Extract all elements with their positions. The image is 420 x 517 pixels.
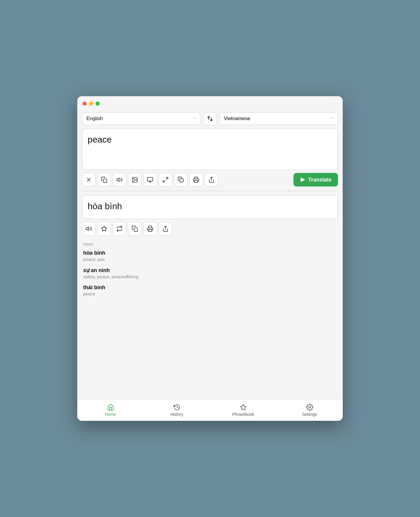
titlebar xyxy=(77,96,343,109)
dictionary-section: noun hòa bình peace, pax sự an ninh safe… xyxy=(82,241,338,400)
nav-history[interactable]: History xyxy=(144,400,210,421)
send-icon xyxy=(300,177,306,183)
nav-phrasebook-label: Phrasebook xyxy=(232,412,254,417)
print-icon xyxy=(193,176,199,183)
dict-word-1: hòa bình xyxy=(83,250,337,256)
bottom-navigation: Home History Phrasebook Settings xyxy=(77,399,343,421)
print-output-icon xyxy=(147,225,153,232)
svg-marker-20 xyxy=(240,404,246,410)
image-button[interactable] xyxy=(128,173,142,186)
nav-home[interactable]: Home xyxy=(77,400,144,421)
favorite-button[interactable] xyxy=(97,222,111,235)
source-text: peace xyxy=(88,134,332,145)
speaker-icon xyxy=(116,176,123,183)
swap-languages-button[interactable] xyxy=(204,112,216,125)
copy-icon xyxy=(101,176,107,183)
swap-icon xyxy=(207,115,213,122)
clear-button[interactable] xyxy=(82,173,96,186)
dict-meaning-3: peace xyxy=(83,291,337,296)
flip-icon xyxy=(116,225,123,232)
section-divider xyxy=(82,191,338,191)
monitor-icon xyxy=(147,176,153,183)
nav-phrasebook[interactable]: Phrasebook xyxy=(210,400,276,421)
copy-output-icon xyxy=(132,225,138,232)
nav-settings[interactable]: Settings xyxy=(276,400,343,421)
home-icon xyxy=(107,404,114,411)
image-icon xyxy=(132,176,138,183)
star-icon xyxy=(101,225,107,232)
dict-meaning-2: safety, peace, peaceoffering xyxy=(83,274,337,279)
source-language-selector[interactable]: English ⌃ xyxy=(82,112,201,125)
svg-marker-14 xyxy=(301,178,305,182)
duplicate-icon xyxy=(178,176,184,183)
share-output-icon xyxy=(162,225,169,232)
svg-marker-16 xyxy=(101,226,107,231)
phrasebook-icon xyxy=(240,404,247,411)
svg-line-10 xyxy=(163,180,165,182)
nav-home-label: Home xyxy=(105,412,116,417)
source-language-label: English xyxy=(86,116,103,122)
dict-entry-2: sự an ninh safety, peace, peaceoffering xyxy=(83,267,337,279)
print-source-button[interactable] xyxy=(189,173,203,186)
svg-rect-12 xyxy=(195,180,198,182)
copy-output-button[interactable] xyxy=(128,222,142,235)
minimize-button[interactable] xyxy=(89,102,93,106)
nav-history-label: History xyxy=(170,412,183,417)
history-icon xyxy=(173,404,181,411)
part-of-speech: noun xyxy=(83,241,337,246)
speak-source-button[interactable] xyxy=(113,173,126,186)
settings-icon xyxy=(306,404,313,411)
svg-line-9 xyxy=(166,177,168,179)
svg-point-21 xyxy=(309,406,311,408)
svg-rect-2 xyxy=(103,179,107,182)
dict-entry-1: hòa bình peace, pax xyxy=(83,250,337,262)
app-window: English ⌃ Vietnamese ⌃ peace xyxy=(77,96,343,421)
copy-source-button[interactable] xyxy=(97,173,111,186)
speak-output-button[interactable] xyxy=(82,222,96,235)
dict-meaning-1: peace, pax xyxy=(83,257,337,262)
target-language-chevron: ⌃ xyxy=(330,117,334,121)
translate-button[interactable]: Translate xyxy=(293,173,338,186)
output-text: hòa bình xyxy=(88,200,332,212)
clear-icon xyxy=(86,176,92,183)
screen-button[interactable] xyxy=(143,173,157,186)
main-content: English ⌃ Vietnamese ⌃ peace xyxy=(77,109,343,399)
target-language-label: Vietnamese xyxy=(224,116,250,122)
speaker-output-icon xyxy=(86,225,92,232)
maximize-button[interactable] xyxy=(96,102,100,106)
share-source-button[interactable] xyxy=(205,173,218,186)
source-language-chevron: ⌃ xyxy=(193,117,196,121)
close-button[interactable] xyxy=(83,102,87,106)
dict-word-3: thái bình xyxy=(83,284,337,291)
svg-marker-15 xyxy=(86,227,88,230)
language-selector-row: English ⌃ Vietnamese ⌃ xyxy=(82,112,338,125)
flip-button[interactable] xyxy=(113,222,126,235)
duplicate-button[interactable] xyxy=(174,173,188,186)
share-output-button[interactable] xyxy=(159,222,172,235)
expand-button[interactable] xyxy=(159,173,172,186)
expand-icon xyxy=(162,176,169,183)
svg-rect-18 xyxy=(149,229,152,231)
svg-rect-11 xyxy=(180,179,183,182)
target-language-selector[interactable]: Vietnamese ⌃ xyxy=(219,112,338,125)
svg-point-5 xyxy=(133,178,134,179)
source-text-area[interactable]: peace xyxy=(82,129,338,170)
print-output-button[interactable] xyxy=(143,222,157,235)
share-icon xyxy=(208,176,215,183)
svg-rect-6 xyxy=(147,177,153,181)
svg-rect-17 xyxy=(134,228,137,231)
output-text-area: hòa bình xyxy=(82,195,338,219)
dict-entry-3: thái bình peace xyxy=(83,284,337,296)
source-toolbar: Translate xyxy=(82,173,338,186)
dict-word-2: sự an ninh xyxy=(83,267,337,274)
nav-settings-label: Settings xyxy=(302,412,317,417)
svg-marker-3 xyxy=(117,178,119,182)
output-toolbar xyxy=(82,222,338,235)
